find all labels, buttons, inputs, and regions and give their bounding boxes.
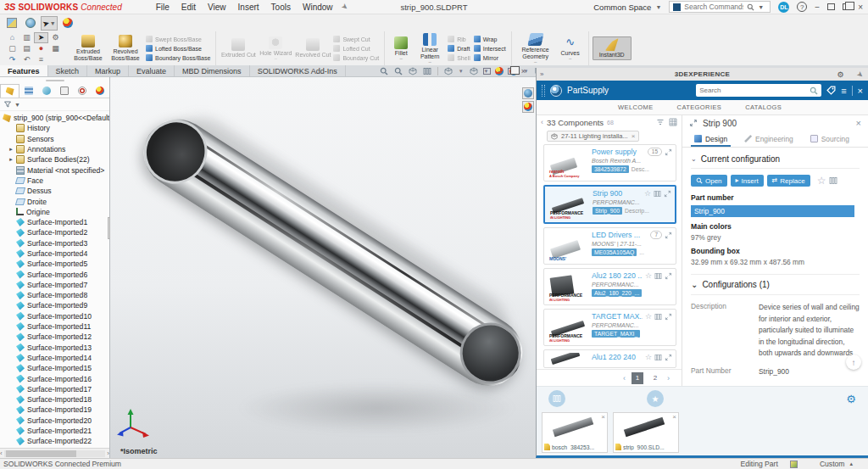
expand-icon[interactable] [665,148,672,156]
remove-filter-icon[interactable]: × [632,132,636,140]
tree-item-surface-imported[interactable]: Surface-Imported18 [0,394,109,405]
favorite-star-icon[interactable]: ☆ [645,354,652,361]
tree-item-surface-imported[interactable]: Surface-Imported13 [0,343,109,353]
new-doc-button[interactable]: ▢ [5,43,19,54]
tab-displaymanager[interactable] [74,84,92,98]
component-name[interactable]: Strip 900 [593,189,642,198]
tab-markup[interactable]: Markup [87,65,129,76]
tab-mbd-dimensions[interactable]: MBD Dimensions [175,65,250,76]
tree-item-surface-imported[interactable]: Surface-Imported16 [0,373,109,383]
report-button[interactable]: ≡ [34,54,48,65]
component-card-alu2[interactable]: PERFORMANCEiN LIGHTING Alu2 180 220 ... … [543,268,676,305]
tree-item-surface-imported[interactable]: Surface-Imported10 [0,311,109,321]
component-name[interactable]: Power supply [592,148,645,156]
user-avatar[interactable]: DL [778,2,789,13]
replace-button[interactable]: ⇄Replace [767,175,810,187]
tree-item-sensors[interactable]: Sensors [0,134,109,144]
doc-minimize-button[interactable] [483,68,491,75]
tree-item-surface-imported[interactable]: Surface-Imported12 [0,332,109,342]
previous-view-icon[interactable] [423,67,431,75]
graphics-viewport[interactable]: *Isometric [110,77,536,458]
component-card-strip-900[interactable]: PERFORMANCEiN LIGHTING Strip 900 ☆ PERFO… [543,185,676,224]
tab-solidworks-addins[interactable]: SOLIDWORKS Add-Ins [250,65,346,76]
search-dropdown-icon[interactable]: ▼ [758,4,764,10]
data-button[interactable]: ▥ [19,32,34,43]
compare-list-button[interactable] [548,390,565,407]
collapse-panel-icon[interactable]: » [540,70,543,78]
tree-item-surface-imported[interactable]: Surface-Imported21 [0,426,109,436]
mirror-button[interactable]: Mirror [474,53,506,62]
scrollbar-thumb[interactable] [6,450,77,457]
back-chevron-icon[interactable]: ‹ [541,118,543,126]
filter-funnel-icon[interactable] [3,100,12,109]
lofted-boss-button[interactable]: Lofted Boss/Base [146,44,210,53]
tab-features[interactable]: Features [0,65,48,76]
extruded-boss-button[interactable]: Extruded Boss/Base [70,34,107,63]
compare-icon[interactable] [829,176,837,185]
remove-thumb-icon[interactable]: × [601,413,605,421]
doc-restore-button[interactable] [508,68,515,75]
panel-pin-icon[interactable]: ➤ [855,69,865,80]
tab-sourcing[interactable]: Sourcing [804,131,856,147]
tree-item-history[interactable]: History [0,123,109,133]
page-2-button[interactable]: 2 [649,372,661,384]
component-name[interactable]: TARGET MAX... [592,312,643,321]
tab-welcome[interactable]: WELCOME [618,103,654,111]
settings-gear-icon[interactable]: ⚙ [846,393,856,405]
compare-icon[interactable] [654,313,662,321]
panel-settings-gear-icon[interactable]: ⚙ [837,70,843,79]
tree-item-annotations[interactable]: ►Annotations [0,144,109,154]
close-detail-icon[interactable]: × [856,118,861,128]
zoom-area-icon[interactable] [394,67,403,75]
component-name[interactable]: Alu2 180 220 ... [592,271,643,280]
scroll-right-icon[interactable]: › [107,449,109,457]
linear-pattern-button[interactable]: Linear Pattern – [414,32,446,64]
select-dropdown-icon[interactable]: ▼ [50,20,56,26]
tree-item-surface-imported[interactable]: Surface-Imported14 [0,353,109,363]
pin-menubar-icon[interactable]: ➤ [339,2,349,13]
tree-item-surface-imported[interactable]: Surface-Imported19 [0,405,109,415]
tree-item-droite[interactable]: Droite [0,196,109,206]
drag-grip-icon[interactable] [542,85,545,97]
tree-item-surface-imported[interactable]: Surface-Imported15 [0,363,109,373]
expand-arrow-icon[interactable]: ► [8,147,16,152]
compare-icon[interactable] [654,190,661,198]
options-gear-button[interactable]: ⚙ [48,32,63,43]
select-tool-button[interactable]: ➤▼ [41,16,58,31]
model-view-button[interactable] [3,16,20,31]
page-prev-icon[interactable]: ‹ [623,374,626,382]
tree-item-surface-imported[interactable]: Surface-Imported2 [0,227,109,237]
sort-icon[interactable] [656,118,665,126]
appearance-ball-button[interactable] [59,16,76,31]
menu-window[interactable]: Window [303,3,333,12]
tree-root[interactable]: strip_900 (strip_900<<Default>_Display S [0,113,109,123]
grid-view-icon[interactable] [669,118,677,126]
tag-icon[interactable] [826,86,836,95]
tab-featuremanager[interactable] [0,84,19,98]
partsupply-search-input[interactable] [699,87,806,94]
units-selector[interactable]: Custom ▴ [820,460,853,468]
tree-item-surface-imported[interactable]: Surface-Imported8 [0,290,109,300]
tree-item-surface-imported[interactable]: Surface-Imported20 [0,416,109,426]
traffic-light-icon[interactable]: ● [34,43,48,54]
redo-button[interactable]: ↷ [5,54,19,65]
tab-cam[interactable] [92,84,109,98]
section-view-icon[interactable] [409,67,417,75]
section-current-configuration[interactable]: ⌄ Current configuration [691,151,860,169]
curves-button[interactable]: ∿ Curves – [556,36,585,61]
solidworks-resources-button[interactable] [522,101,534,113]
component-card-target-max[interactable]: PERFORMANCEiN LIGHTING TARGET MAX... ☆ P… [543,309,676,346]
expand-icon[interactable] [665,313,672,321]
doc-close-button[interactable]: × [521,67,526,75]
chevron-down-icon[interactable]: ▼ [14,102,20,108]
scroll-to-top-button[interactable]: ↑ [846,355,861,370]
expand-icon[interactable] [664,190,671,198]
help-button[interactable]: ? [797,2,807,12]
3dexperience-globe-button[interactable] [522,87,534,99]
boundary-boss-button[interactable]: Boundary Boss/Base [146,53,210,62]
expand-icon[interactable] [665,232,672,239]
favorite-star-icon[interactable]: ☆ [817,175,826,187]
remove-thumb-icon[interactable]: × [672,413,676,421]
component-name[interactable]: LED Drivers ... [592,231,648,239]
partsupply-search[interactable] [696,84,821,97]
